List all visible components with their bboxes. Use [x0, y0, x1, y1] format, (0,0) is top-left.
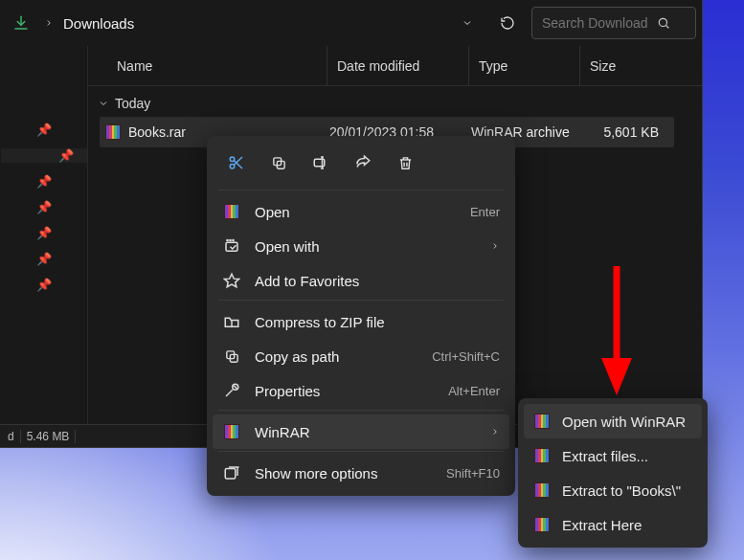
chevron-right-icon [490, 427, 500, 437]
column-date[interactable]: Date modified [327, 46, 469, 85]
menu-winrar[interactable]: WinRAR [213, 414, 509, 449]
pin-icon[interactable]: 📌 [36, 226, 52, 240]
properties-icon [222, 382, 241, 399]
pin-icon[interactable]: 📌 [36, 252, 52, 266]
more-options-icon [222, 464, 241, 482]
pin-icon[interactable]: 📌 [36, 200, 52, 214]
rar-file-icon [534, 448, 550, 463]
chevron-right-icon [44, 18, 54, 28]
svg-point-11 [227, 239, 228, 240]
downloads-icon [11, 13, 31, 33]
svg-line-1 [666, 26, 669, 29]
copy-path-icon [222, 348, 241, 365]
group-label: Today [115, 96, 150, 111]
svg-rect-19 [225, 469, 236, 480]
svg-point-13 [233, 239, 234, 240]
rar-file-icon [534, 414, 550, 429]
svg-marker-14 [225, 274, 239, 287]
open-with-icon [222, 237, 241, 255]
search-input[interactable] [542, 15, 647, 31]
pin-icon[interactable]: 📌 [36, 278, 52, 292]
refresh-button[interactable] [491, 8, 524, 38]
divider [20, 430, 21, 443]
menu-open-with[interactable]: Open with [213, 229, 509, 263]
svg-point-12 [230, 239, 231, 240]
star-icon [222, 272, 241, 289]
menu-properties[interactable]: Properties Alt+Enter [213, 373, 509, 408]
divider [75, 430, 76, 443]
rar-file-icon [224, 204, 239, 219]
column-name[interactable]: Name [107, 46, 327, 85]
cut-button[interactable] [218, 147, 255, 178]
menu-show-more-options[interactable]: Show more options Shift+F10 [213, 456, 509, 490]
file-name: Books.rar [128, 124, 186, 140]
menu-open[interactable]: Open Enter [213, 194, 509, 229]
svg-point-0 [659, 18, 666, 26]
status-selected-suffix: d [8, 430, 14, 443]
svg-marker-23 [601, 358, 632, 395]
share-button[interactable] [345, 147, 381, 178]
search-icon [657, 16, 670, 30]
submenu-extract-here[interactable]: Extract Here [524, 507, 702, 542]
delete-button[interactable] [387, 147, 423, 178]
chevron-down-icon [98, 98, 109, 109]
breadcrumb-location[interactable]: Downloads [63, 15, 134, 32]
winrar-submenu: Open with WinRAR Extract files... Extrac… [518, 398, 708, 548]
zip-folder-icon [222, 313, 241, 330]
menu-add-favorites[interactable]: Add to Favorites [213, 263, 509, 298]
annotation-arrow [597, 266, 636, 400]
copy-button[interactable] [260, 147, 297, 178]
menu-compress-zip[interactable]: Compress to ZIP file [213, 304, 509, 339]
column-type[interactable]: Type [469, 46, 580, 85]
chevron-right-icon [490, 241, 500, 251]
file-size: 5,601 KB [582, 124, 659, 140]
group-header-today[interactable]: Today [88, 86, 702, 117]
column-headers: Name Date modified Type Size [88, 46, 702, 86]
rename-button[interactable] [303, 147, 339, 178]
pin-icon[interactable]: 📌 [36, 123, 52, 137]
menu-copy-path[interactable]: Copy as path Ctrl+Shift+C [213, 339, 509, 373]
rar-file-icon [224, 424, 239, 439]
submenu-extract-files[interactable]: Extract files... [524, 438, 702, 473]
nav-sidebar: 📌 📌 📌 📌 📌 📌 📌 [0, 46, 88, 447]
submenu-extract-to[interactable]: Extract to "Books\" [524, 473, 702, 507]
svg-point-2 [230, 157, 235, 162]
pin-icon[interactable]: 📌 [1, 148, 87, 163]
submenu-open-with-winrar[interactable]: Open with WinRAR [524, 404, 702, 438]
svg-point-3 [230, 165, 235, 169]
context-menu: Open Enter Open with Add to Favorites Co… [207, 136, 515, 496]
quick-actions-row [213, 142, 509, 188]
pin-icon[interactable]: 📌 [36, 174, 52, 189]
svg-rect-10 [226, 242, 237, 251]
rar-file-icon [534, 517, 550, 532]
rar-file-icon [534, 482, 550, 498]
column-size[interactable]: Size [580, 46, 702, 85]
history-dropdown-button[interactable] [451, 8, 484, 38]
toolbar: Downloads [0, 0, 702, 46]
rar-file-icon [105, 124, 121, 140]
status-selected-size: 5.46 MB [27, 430, 70, 443]
search-box[interactable] [531, 7, 696, 39]
